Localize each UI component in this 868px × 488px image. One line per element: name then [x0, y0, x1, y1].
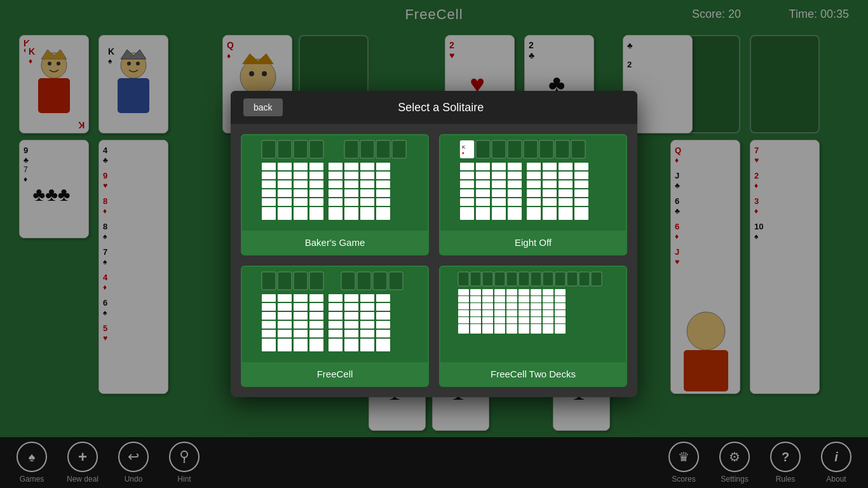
- svg-rect-144: [376, 207, 390, 220]
- game-option-freecell[interactable]: FreeCell: [241, 266, 429, 387]
- svg-rect-228: [294, 330, 308, 337]
- svg-rect-159: [460, 189, 474, 197]
- svg-rect-126: [329, 207, 342, 220]
- svg-rect-246: [344, 330, 358, 337]
- svg-rect-318: [543, 317, 553, 323]
- svg-rect-317: [543, 310, 553, 316]
- svg-rect-325: [555, 324, 566, 334]
- svg-rect-210: [373, 272, 387, 290]
- svg-rect-182: [527, 180, 541, 188]
- svg-rect-162: [476, 163, 490, 170]
- svg-rect-239: [329, 321, 342, 329]
- svg-rect-257: [376, 321, 390, 329]
- svg-rect-263: [494, 272, 505, 286]
- svg-rect-217: [262, 339, 276, 351]
- svg-rect-168: [492, 163, 506, 170]
- svg-rect-190: [543, 198, 557, 206]
- svg-rect-100: [262, 189, 276, 197]
- game-option-bakers-game[interactable]: Baker's Game: [241, 134, 429, 255]
- svg-rect-247: [344, 339, 358, 351]
- svg-rect-195: [559, 189, 573, 197]
- svg-rect-157: [460, 172, 474, 179]
- svg-rect-269: [567, 272, 578, 286]
- svg-rect-252: [360, 330, 374, 337]
- svg-rect-148: [508, 140, 522, 158]
- svg-rect-164: [476, 180, 490, 188]
- svg-rect-256: [376, 312, 390, 320]
- svg-rect-107: [278, 198, 292, 206]
- game-option-freecell-two-decks[interactable]: FreeCell Two Decks: [439, 266, 627, 387]
- svg-rect-216: [262, 330, 276, 337]
- svg-rect-105: [278, 180, 292, 188]
- modal-title: Select a Solitaire: [295, 101, 587, 114]
- svg-rect-285: [482, 296, 493, 302]
- svg-rect-289: [482, 324, 493, 334]
- svg-rect-302: [519, 289, 529, 295]
- svg-rect-201: [574, 189, 588, 197]
- svg-rect-221: [278, 321, 292, 329]
- svg-rect-235: [309, 339, 323, 351]
- svg-rect-104: [278, 172, 292, 179]
- svg-rect-177: [508, 189, 522, 197]
- game-option-eight-off[interactable]: K ♦: [439, 134, 627, 255]
- svg-rect-240: [329, 330, 342, 337]
- modal-back-button[interactable]: back: [243, 98, 283, 116]
- svg-rect-151: [555, 140, 569, 158]
- svg-rect-180: [527, 163, 541, 170]
- svg-rect-181: [527, 172, 541, 179]
- svg-rect-101: [262, 198, 276, 206]
- svg-rect-187: [543, 172, 557, 179]
- select-solitaire-modal: back Select a Solitaire: [231, 91, 637, 397]
- svg-rect-270: [579, 272, 590, 286]
- svg-rect-139: [376, 163, 390, 170]
- svg-rect-224: [294, 294, 308, 302]
- svg-rect-245: [344, 321, 358, 329]
- svg-rect-312: [531, 317, 541, 323]
- bakers-game-preview: [242, 135, 428, 231]
- svg-rect-146: [476, 140, 490, 158]
- svg-rect-114: [294, 207, 308, 220]
- svg-text:♦: ♦: [462, 151, 465, 155]
- svg-rect-112: [294, 189, 308, 197]
- svg-rect-128: [344, 172, 358, 179]
- svg-rect-179: [508, 207, 522, 220]
- svg-rect-113: [294, 198, 308, 206]
- svg-rect-135: [360, 180, 374, 188]
- svg-rect-140: [376, 172, 390, 179]
- bakers-game-label: Baker's Game: [242, 231, 428, 254]
- svg-rect-124: [329, 189, 342, 197]
- svg-rect-131: [344, 198, 358, 206]
- svg-rect-233: [309, 321, 323, 329]
- svg-rect-314: [543, 289, 553, 295]
- svg-rect-171: [492, 189, 506, 197]
- freecell-two-decks-label: FreeCell Two Decks: [440, 362, 626, 386]
- svg-rect-308: [531, 289, 541, 295]
- svg-rect-102: [262, 207, 276, 220]
- svg-rect-198: [574, 163, 588, 170]
- svg-rect-211: [389, 272, 403, 290]
- svg-rect-92: [309, 140, 323, 158]
- svg-rect-271: [591, 272, 602, 286]
- svg-rect-137: [360, 198, 374, 206]
- svg-rect-261: [470, 272, 481, 286]
- svg-rect-156: [460, 163, 474, 170]
- svg-rect-319: [543, 324, 553, 334]
- svg-rect-203: [574, 207, 588, 220]
- svg-rect-115: [309, 163, 323, 170]
- svg-rect-175: [508, 172, 522, 179]
- svg-rect-220: [278, 312, 292, 320]
- eight-off-preview: K ♦: [440, 135, 626, 231]
- svg-rect-138: [360, 207, 374, 220]
- svg-rect-91: [294, 140, 308, 158]
- svg-rect-258: [376, 330, 390, 337]
- svg-rect-232: [309, 312, 323, 320]
- svg-rect-311: [531, 310, 541, 316]
- svg-rect-322: [555, 303, 566, 309]
- svg-rect-143: [376, 198, 390, 206]
- svg-rect-288: [482, 317, 493, 323]
- svg-rect-320: [555, 289, 566, 295]
- svg-rect-122: [329, 172, 342, 179]
- svg-rect-214: [262, 312, 276, 320]
- svg-rect-259: [376, 339, 390, 351]
- svg-rect-185: [527, 207, 541, 220]
